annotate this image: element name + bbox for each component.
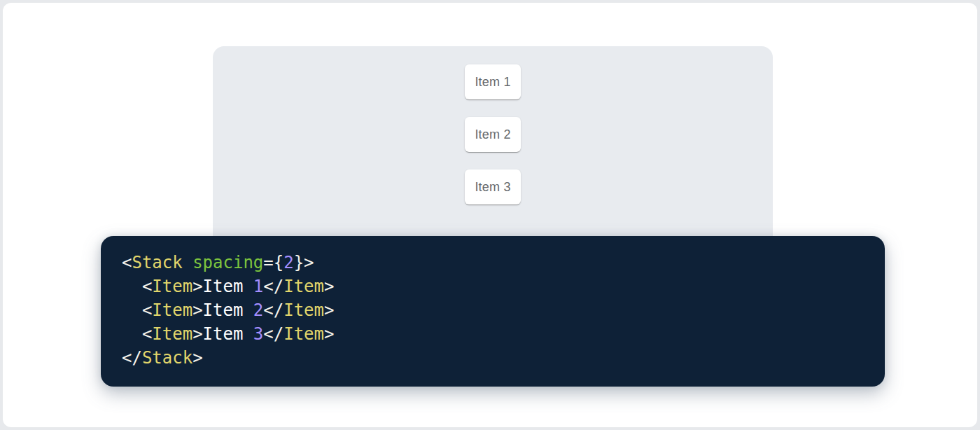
- code-token-punctuation: </: [263, 277, 284, 296]
- stack-item: Item 3: [465, 169, 521, 204]
- code-token-punctuation: >: [324, 300, 334, 320]
- code-token-number: 2: [253, 300, 263, 320]
- code-token-plain: [183, 253, 192, 272]
- code-token-punctuation: <: [142, 277, 152, 296]
- code-token-plain: Item: [203, 324, 253, 344]
- code-token-punctuation: <: [122, 253, 132, 272]
- stack-item: Item 2: [465, 117, 521, 152]
- code-token-punctuation: >: [324, 324, 334, 344]
- code-token-tag: Item: [284, 300, 324, 320]
- stack-demo-panel: Item 1Item 2Item 3: [213, 46, 773, 256]
- code-token-tag: Item: [152, 277, 192, 296]
- code-token-plain: [122, 300, 142, 320]
- code-line: <Stack spacing={2}>: [122, 251, 864, 275]
- code-token-tag: Item: [284, 324, 324, 344]
- page-background: Item 1Item 2Item 3 <Stack spacing={2}> <…: [0, 0, 980, 430]
- code-line: <Item>Item 2</Item>: [122, 298, 864, 322]
- code-token-punctuation: </: [263, 300, 284, 320]
- code-token-plain: [122, 324, 142, 344]
- code-token-tag: Stack: [142, 348, 192, 368]
- code-line: <Item>Item 3</Item>: [122, 322, 864, 346]
- code-token-plain: Item: [203, 277, 253, 296]
- code-token-punctuation: <: [142, 324, 152, 344]
- code-token-punctuation: </: [122, 348, 142, 368]
- stack-item: Item 1: [465, 64, 521, 99]
- code-token-number: 2: [284, 253, 293, 272]
- code-token-tag: Item: [284, 277, 324, 296]
- page-card: Item 1Item 2Item 3 <Stack spacing={2}> <…: [3, 3, 977, 427]
- code-token-punctuation: >: [192, 324, 202, 344]
- code-token-tag: Item: [152, 324, 192, 344]
- code-token-number: 3: [253, 324, 263, 344]
- code-token-punctuation: ={: [263, 253, 284, 272]
- code-token-punctuation: >: [192, 277, 202, 296]
- code-line: <Item>Item 1</Item>: [122, 275, 864, 298]
- code-token-tag: Item: [152, 300, 192, 320]
- code-token-attr_name: spacing: [192, 253, 263, 272]
- code-token-punctuation: </: [263, 324, 284, 344]
- code-token-punctuation: <: [142, 300, 152, 320]
- code-token-number: 1: [253, 277, 263, 296]
- code-token-plain: Item: [203, 300, 253, 320]
- code-token-punctuation: }>: [294, 253, 314, 272]
- code-line: </Stack>: [122, 346, 864, 370]
- code-token-punctuation: >: [324, 277, 334, 296]
- code-token-plain: [122, 277, 142, 296]
- code-token-punctuation: >: [192, 300, 202, 320]
- code-token-tag: Stack: [132, 253, 182, 272]
- code-token-punctuation: >: [192, 348, 202, 368]
- code-block: <Stack spacing={2}> <Item>Item 1</Item> …: [101, 236, 885, 387]
